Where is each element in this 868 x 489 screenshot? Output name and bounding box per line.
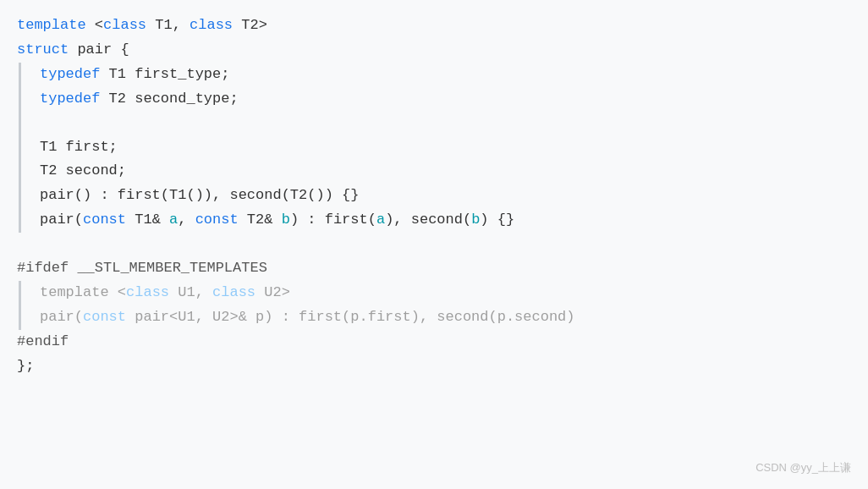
param-b: b [282, 208, 290, 233]
keyword-const-1: const [83, 208, 126, 233]
preprocessor-ifdef: #ifdef __STL_MEMBER_TEMPLATES [17, 256, 267, 281]
code-line-13: pair( const pair<U1, U2>& p) : first(p.f… [19, 305, 851, 330]
code-line-12: template < class U1, class U2> [19, 281, 851, 305]
keyword-const-2: const [195, 208, 239, 233]
preprocessor-endif: #endif [17, 330, 69, 354]
code-line-6: T1 first; [19, 135, 851, 160]
keyword-struct: struct [17, 38, 69, 63]
keyword-template-1: template [17, 14, 86, 38]
code-line-8: pair() : first(T1()), second(T2()) {} [19, 184, 851, 208]
code-line-14: #endif [17, 330, 851, 354]
code-line-9: pair( const T1& a , const T2& b ) : firs… [19, 208, 851, 233]
code-line-1: template < class T1, class T2> [17, 14, 851, 38]
template-gray-keyword: template < [40, 281, 126, 305]
watermark: CSDN @yy_上上谦 [755, 459, 851, 477]
code-line-7: T2 second; [19, 159, 851, 184]
code-line-15: }; [17, 354, 851, 379]
param-a2: a [376, 208, 385, 233]
closing-brace: }; [17, 354, 34, 379]
pair-constructor-gray: pair( [40, 305, 83, 330]
param-a: a [169, 208, 178, 233]
code-line-2: struct pair { [17, 38, 851, 63]
code-line-3: typedef T1 first_type; [19, 63, 851, 87]
code-container: template < class T1, class T2> struct pa… [0, 0, 868, 489]
keyword-typedef-2: typedef [40, 87, 100, 112]
code-line-10-empty [17, 233, 851, 256]
code-line-4: typedef T2 second_type; [19, 87, 851, 112]
code-line-5-empty [19, 112, 851, 135]
code-line-11: #ifdef __STL_MEMBER_TEMPLATES [17, 256, 851, 281]
keyword-class-1: class [103, 14, 146, 38]
param-b2: b [471, 208, 480, 233]
keyword-class-2: class [190, 14, 233, 38]
keyword-typedef-1: typedef [40, 63, 100, 87]
